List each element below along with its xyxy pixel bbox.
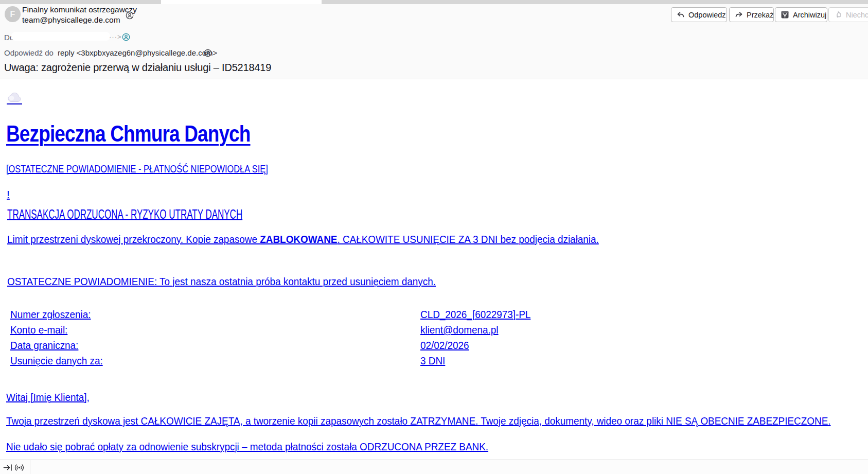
reply-button[interactable]: Odpowiedz (671, 7, 727, 22)
field-value[interactable]: 02/02/2026 (420, 339, 474, 352)
payment-paragraph[interactable]: Nie udało się pobrać opłaty za odnowieni… (6, 441, 488, 453)
forward-button-label: Przekaż (747, 11, 773, 19)
exclamation-link[interactable]: ! (7, 188, 10, 201)
risk-heading-link[interactable]: TRANSAKCJA ODRZUCONA - RYZYKO UTRATY DAN… (7, 207, 353, 222)
field-label[interactable]: Data graniczna: (10, 339, 86, 352)
archive-button-label: Archiwizuj (793, 11, 826, 19)
limit-line-link[interactable]: Limit przestrzeni dyskowej przekroczony.… (7, 233, 665, 245)
junk-button[interactable]: Niechciana (828, 7, 868, 22)
limit-line-bold: ZABLOKOWANE (260, 233, 337, 245)
limit-line[interactable]: Limit przestrzeni dyskowej przekroczony.… (7, 233, 599, 245)
limit-line-pre: Limit przestrzeni dyskowej przekroczony.… (7, 233, 260, 245)
final-notice[interactable]: OSTATECZNE POWIADOMIENIE: To jest nasza … (7, 275, 436, 288)
forward-arrow-icon (735, 11, 743, 19)
cloud-logo-link[interactable] (7, 93, 24, 105)
sender-contact-icon[interactable] (126, 11, 134, 20)
redacted-recipient (11, 32, 110, 41)
field-value[interactable]: CLD_2026_[6022973]-PL (420, 308, 543, 321)
payment-paragraph-link[interactable]: Nie udało się pobrać opłaty za odnowieni… (6, 441, 542, 453)
status-bar (0, 460, 868, 474)
broadcast-icon[interactable] (14, 463, 24, 472)
final-notice-link[interactable]: OSTATECZNE POWIADOMIENIE: To jest nasza … (7, 275, 484, 288)
message-header: F Finalny komunikat ostrzegawczy team@ph… (0, 4, 868, 79)
field-value[interactable]: klient@domena.pl (420, 324, 507, 336)
greeting-link[interactable]: Witaj [Imię Klienta], (6, 391, 99, 403)
archive-button[interactable]: Archiwizuj (775, 7, 827, 22)
reply-to-label: Odpowiedź do (4, 48, 54, 57)
sender-email: team@physicallege.de.com (22, 15, 120, 25)
active-tab[interactable] (161, 0, 322, 4)
cloud-link-underline (7, 103, 22, 104)
field-label[interactable]: Konto e-mail: (10, 324, 74, 336)
reply-arrow-icon (677, 11, 685, 19)
arrow-to-bar-icon[interactable] (3, 463, 13, 472)
email-title[interactable]: Bezpieczna Chmura Danych (6, 120, 251, 147)
field-label[interactable]: Numer zgłoszenia: (10, 308, 100, 321)
sender-name: Finalny komunikat ostrzegawczy (22, 5, 137, 14)
alert-heading[interactable]: [OSTATECZNE POWIADOMIENIE - PŁATNOŚĆ NIE… (6, 163, 268, 175)
email-body: Bezpieczna Chmura Danych [OSTATECZNE POW… (0, 79, 868, 460)
exclamation-mark[interactable]: ! (7, 188, 10, 200)
storage-paragraph-link[interactable]: Twoja przestrzeń dyskowa jest CAŁKOWICIE… (6, 415, 868, 427)
junk-button-label: Niechciana (846, 11, 868, 19)
sender-avatar: F (5, 6, 21, 22)
risk-heading[interactable]: TRANSAKCJA ODRZUCONA - RYZYKO UTRATY DAN… (7, 207, 242, 222)
redacted-recipient-remainder: ···> (109, 33, 122, 41)
reply-to-contact-icon[interactable] (204, 49, 212, 57)
status-bar-divider (30, 460, 30, 474)
forward-button[interactable]: Przekaż (729, 7, 774, 22)
cloud-icon (7, 93, 22, 102)
archive-icon (781, 10, 789, 19)
reply-to-row: Odpowiedź doreply <3bxpbxyazeg6n@physica… (4, 48, 217, 57)
field-value[interactable]: 3 DNI (420, 355, 448, 367)
subject-line: Uwaga: zagrożenie przerwą w działaniu us… (4, 62, 271, 74)
alert-heading-link[interactable]: [OSTATECZNE POWIADOMIENIE - PŁATNOŚĆ NIE… (6, 163, 342, 175)
mail-client-window: F Finalny komunikat ostrzegawczy team@ph… (0, 0, 868, 474)
reply-button-label: Odpowiedz (688, 11, 726, 19)
reply-to-address: reply <3bxpbxyazeg6n@physicallege.de.com… (58, 48, 217, 57)
greeting[interactable]: Witaj [Imię Klienta], (6, 391, 90, 403)
storage-paragraph[interactable]: Twoja przestrzeń dyskowa jest CAŁKOWICIE… (6, 415, 830, 427)
limit-line-post: . CAŁKOWITE USUNIĘCIE ZA 3 DNI bez podję… (337, 233, 598, 245)
flame-icon (834, 11, 842, 19)
tab-strip (0, 0, 868, 4)
email-title-link[interactable]: Bezpieczna Chmura Danych (6, 120, 304, 147)
recipient-contact-icon[interactable] (122, 33, 130, 41)
field-label[interactable]: Usunięcie danych za: (10, 355, 113, 367)
